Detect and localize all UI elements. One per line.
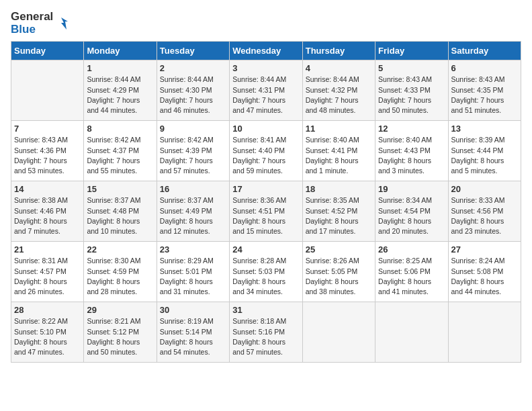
day-info: Sunrise: 8:43 AMSunset: 4:33 PMDaylight:…: [378, 75, 445, 116]
day-info-line: and 7 minutes.: [14, 226, 81, 236]
day-info-line: and 47 minutes.: [232, 105, 299, 116]
day-info-line: and 12 minutes.: [160, 226, 226, 236]
day-number: 29: [87, 305, 153, 315]
day-info-line: and 17 minutes.: [306, 226, 372, 236]
day-info-line: Daylight: 7 hours: [87, 95, 153, 105]
day-info: Sunrise: 8:43 AMSunset: 4:35 PMDaylight:…: [451, 75, 518, 116]
day-info-line: Daylight: 8 hours: [232, 216, 299, 226]
day-info-line: Daylight: 7 hours: [14, 156, 81, 166]
day-number: 10: [232, 124, 299, 134]
day-info-line: Sunset: 4:48 PM: [87, 206, 153, 216]
day-info-line: Sunrise: 8:40 AM: [378, 135, 445, 145]
day-info-line: Sunrise: 8:43 AM: [451, 75, 518, 85]
day-info-line: Sunrise: 8:18 AM: [232, 316, 299, 326]
svg-marker-0: [61, 17, 68, 30]
day-info-line: Daylight: 8 hours: [306, 277, 372, 287]
day-info-line: Sunrise: 8:44 AM: [160, 75, 226, 85]
day-info-line: Daylight: 7 hours: [87, 156, 153, 166]
header-day-friday: Friday: [375, 42, 448, 60]
day-info-line: Sunrise: 8:39 AM: [451, 135, 518, 145]
day-number: 16: [160, 184, 226, 194]
logo-text: General Blue: [11, 11, 53, 36]
day-info-line: Sunset: 4:32 PM: [306, 85, 372, 95]
calendar-cell: 27Sunrise: 8:24 AMSunset: 5:08 PMDayligh…: [448, 242, 521, 302]
day-info-line: Sunrise: 8:21 AM: [87, 316, 153, 326]
day-info-line: Daylight: 8 hours: [160, 337, 226, 347]
day-info-line: Sunset: 5:10 PM: [14, 327, 81, 337]
day-info: Sunrise: 8:42 AMSunset: 4:37 PMDaylight:…: [87, 135, 153, 176]
day-info-line: Sunset: 4:30 PM: [160, 85, 226, 95]
day-info-line: Sunset: 4:44 PM: [451, 146, 518, 156]
day-info-line: and 44 minutes.: [87, 105, 153, 116]
calendar-cell: 29Sunrise: 8:21 AMSunset: 5:12 PMDayligh…: [84, 302, 157, 363]
day-info-line: and 26 minutes.: [14, 287, 81, 297]
calendar-cell: 19Sunrise: 8:34 AMSunset: 4:54 PMDayligh…: [375, 181, 448, 242]
day-number: 2: [160, 63, 226, 73]
day-info-line: Sunrise: 8:38 AM: [14, 195, 81, 205]
day-info-line: Sunset: 4:59 PM: [87, 267, 153, 277]
day-info-line: and 20 minutes.: [378, 226, 445, 236]
calendar-cell: 4Sunrise: 8:44 AMSunset: 4:32 PMDaylight…: [302, 60, 375, 121]
calendar-cell: 17Sunrise: 8:36 AMSunset: 4:51 PMDayligh…: [230, 181, 302, 242]
day-info-line: Sunrise: 8:42 AM: [160, 135, 226, 145]
day-info-line: Sunset: 4:37 PM: [87, 146, 153, 156]
calendar-cell: 8Sunrise: 8:42 AMSunset: 4:37 PMDaylight…: [84, 121, 157, 181]
day-info-line: and 47 minutes.: [14, 347, 81, 357]
day-info-line: Sunrise: 8:42 AM: [87, 135, 153, 145]
calendar-week-4: 21Sunrise: 8:31 AMSunset: 4:57 PMDayligh…: [11, 242, 521, 302]
header-day-wednesday: Wednesday: [230, 42, 302, 60]
header-day-monday: Monday: [84, 42, 157, 60]
day-info-line: Sunset: 4:43 PM: [378, 146, 445, 156]
day-info-line: and 59 minutes.: [232, 166, 299, 176]
day-number: 14: [14, 184, 81, 194]
day-info-line: and 50 minutes.: [87, 347, 153, 357]
calendar-week-3: 14Sunrise: 8:38 AMSunset: 4:46 PMDayligh…: [11, 181, 521, 242]
day-info-line: Sunrise: 8:19 AM: [160, 316, 226, 326]
day-info-line: Sunset: 5:01 PM: [160, 267, 226, 277]
day-info-line: Daylight: 7 hours: [232, 156, 299, 166]
day-info-line: Sunrise: 8:25 AM: [378, 256, 445, 266]
day-info-line: and 57 minutes.: [232, 347, 299, 357]
day-info-line: Daylight: 8 hours: [451, 156, 518, 166]
day-info-line: Sunrise: 8:26 AM: [306, 256, 372, 266]
day-info-line: Daylight: 8 hours: [451, 277, 518, 287]
day-info-line: Daylight: 8 hours: [14, 216, 81, 226]
calendar-cell: [11, 60, 84, 121]
calendar-cell: [448, 302, 521, 363]
day-info-line: Daylight: 8 hours: [87, 216, 153, 226]
day-number: 23: [160, 244, 226, 255]
day-number: 1: [87, 63, 153, 73]
calendar-cell: 9Sunrise: 8:42 AMSunset: 4:39 PMDaylight…: [157, 121, 229, 181]
day-info-line: Sunset: 4:35 PM: [451, 85, 518, 95]
day-info: Sunrise: 8:36 AMSunset: 4:51 PMDaylight:…: [232, 195, 299, 236]
calendar-cell: 31Sunrise: 8:18 AMSunset: 5:16 PMDayligh…: [230, 302, 302, 363]
calendar-cell: 25Sunrise: 8:26 AMSunset: 5:05 PMDayligh…: [302, 242, 375, 302]
day-info: Sunrise: 8:44 AMSunset: 4:29 PMDaylight:…: [87, 75, 153, 116]
day-number: 6: [451, 63, 518, 73]
day-info: Sunrise: 8:42 AMSunset: 4:39 PMDaylight:…: [160, 135, 226, 176]
day-info-line: Sunrise: 8:31 AM: [14, 256, 81, 266]
day-number: 15: [87, 184, 153, 194]
day-info-line: Sunset: 4:56 PM: [451, 206, 518, 216]
calendar-cell: 12Sunrise: 8:40 AMSunset: 4:43 PMDayligh…: [375, 121, 448, 181]
day-info-line: Sunrise: 8:44 AM: [232, 75, 299, 85]
calendar-cell: [302, 302, 375, 363]
calendar-cell: 30Sunrise: 8:19 AMSunset: 5:14 PMDayligh…: [157, 302, 229, 363]
day-info-line: and 48 minutes.: [306, 105, 372, 116]
calendar-cell: 28Sunrise: 8:22 AMSunset: 5:10 PMDayligh…: [11, 302, 84, 363]
day-info-line: Sunset: 4:54 PM: [378, 206, 445, 216]
day-number: 30: [160, 305, 226, 315]
day-info: Sunrise: 8:31 AMSunset: 4:57 PMDaylight:…: [14, 256, 81, 297]
day-info-line: Sunset: 5:05 PM: [306, 267, 372, 277]
day-info-line: Sunset: 4:33 PM: [378, 85, 445, 95]
day-number: 9: [160, 124, 226, 134]
day-info: Sunrise: 8:19 AMSunset: 5:14 PMDaylight:…: [160, 316, 226, 357]
logo: General Blue: [11, 11, 69, 36]
day-info: Sunrise: 8:40 AMSunset: 4:43 PMDaylight:…: [378, 135, 445, 176]
day-info-line: Sunset: 4:51 PM: [232, 206, 299, 216]
calendar-cell: 22Sunrise: 8:30 AMSunset: 4:59 PMDayligh…: [84, 242, 157, 302]
header-day-tuesday: Tuesday: [157, 42, 229, 60]
day-number: 3: [232, 63, 299, 73]
day-info-line: Sunset: 4:46 PM: [14, 206, 81, 216]
day-info-line: Daylight: 8 hours: [87, 337, 153, 347]
